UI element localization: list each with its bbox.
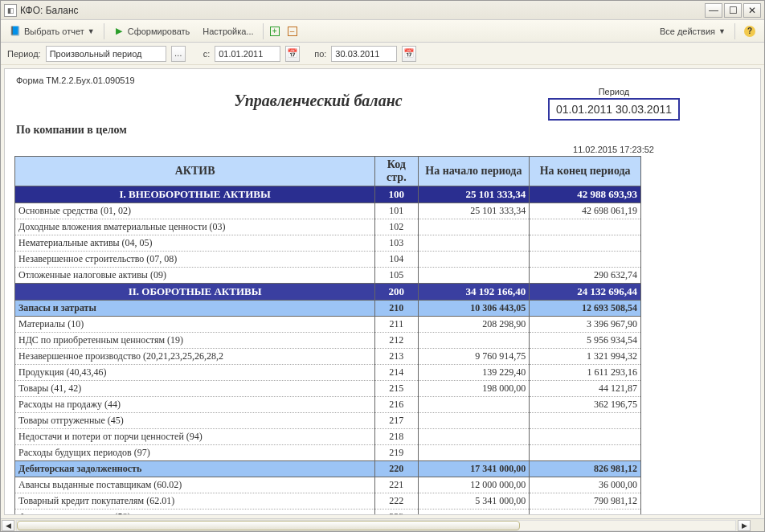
cell-name: Незавершенное строительство (07, 08) bbox=[15, 252, 375, 268]
cell-name: I. ВНЕОБОРОТНЫЕ АКТИВЫ bbox=[15, 186, 375, 203]
cell-end: 1 611 293,16 bbox=[530, 365, 641, 381]
cell-end bbox=[530, 429, 641, 445]
cell-name: Расходы на продажу (44) bbox=[15, 397, 375, 413]
select-report-button[interactable]: 📘 Выбрать отчет ▼ bbox=[4, 23, 100, 39]
cell-end: 24 132 696,44 bbox=[530, 284, 641, 301]
cell-end: 5 956 934,54 bbox=[530, 333, 641, 349]
table-row: I. ВНЕОБОРОТНЫЕ АКТИВЫ10025 101 333,3442… bbox=[15, 186, 641, 203]
maximize-button[interactable]: ☐ bbox=[724, 3, 742, 18]
scroll-thumb[interactable] bbox=[17, 521, 520, 530]
cell-begin: 198 000,00 bbox=[418, 381, 530, 397]
cell-code: 212 bbox=[375, 333, 418, 349]
cell-name: Товарный кредит покупателям (62.01) bbox=[15, 493, 375, 509]
cell-name: Основные средства (01, 02) bbox=[15, 203, 375, 219]
help-button[interactable]: ? bbox=[738, 23, 761, 39]
table-row: II. ОБОРОТНЫЕ АКТИВЫ20034 192 166,4024 1… bbox=[15, 284, 641, 301]
period-type-select[interactable]: Произвольный период bbox=[46, 46, 166, 62]
cell-name: Продукция (40,43,46) bbox=[15, 365, 375, 381]
expand-icon: + bbox=[270, 27, 280, 36]
cell-begin bbox=[418, 397, 530, 413]
cell-name: Незавершенное производство (20,21,23,25,… bbox=[15, 349, 375, 365]
date-from-input[interactable]: 01.01.2011 bbox=[215, 46, 280, 62]
cell-end bbox=[530, 252, 641, 268]
form-code: Форма ТМ.2.2.Бух.01.090519 bbox=[16, 76, 751, 85]
expand-button[interactable]: + bbox=[267, 24, 283, 39]
cell-end: 362 196,75 bbox=[530, 397, 641, 413]
period-select-picker[interactable]: … bbox=[171, 46, 186, 62]
cell-begin: 34 192 166,40 bbox=[418, 284, 530, 301]
cell-name: Нематериальные активы (04, 05) bbox=[15, 235, 375, 252]
cell-end: 290 632,74 bbox=[530, 268, 641, 284]
cell-name: Доходные вложения вматериальные ценности… bbox=[15, 219, 375, 235]
cell-begin bbox=[418, 413, 530, 429]
cell-begin bbox=[418, 445, 530, 461]
table-row: Товары (41, 42)215198 000,0044 121,87 bbox=[15, 381, 641, 397]
cell-name: Расходы будущих периодов (97) bbox=[15, 445, 375, 461]
period-box-label: Период bbox=[509, 87, 718, 96]
date-to-input[interactable]: 30.03.2011 bbox=[331, 46, 397, 62]
company-line: По компании в целом bbox=[16, 124, 751, 137]
cell-code: 210 bbox=[375, 301, 418, 317]
cell-end bbox=[530, 445, 641, 461]
collapse-icon: – bbox=[288, 27, 297, 36]
app-icon: ◧ bbox=[4, 4, 17, 17]
calendar-from-button[interactable]: 📅 bbox=[285, 46, 300, 62]
table-row: Незавершенное строительство (07, 08)104 bbox=[15, 252, 641, 268]
th-begin: На начало периода bbox=[418, 157, 530, 186]
titlebar: ◧ КФО: Баланс — ☐ ✕ bbox=[1, 1, 764, 20]
cell-name: II. ОБОРОТНЫЕ АКТИВЫ bbox=[15, 284, 375, 301]
table-row: Основные средства (01, 02)10125 101 333,… bbox=[15, 203, 641, 219]
cell-end bbox=[530, 509, 641, 516]
table-row: Материалы (10)211208 298,903 396 967,90 bbox=[15, 317, 641, 333]
select-report-label: Выбрать отчет bbox=[24, 27, 84, 36]
cell-code: 215 bbox=[375, 381, 418, 397]
scroll-left-button[interactable]: ◀ bbox=[2, 520, 14, 531]
calendar-to-button[interactable]: 📅 bbox=[402, 46, 416, 62]
period-box: 01.01.2011 30.03.2011 bbox=[548, 98, 680, 121]
from-label: с: bbox=[203, 49, 211, 59]
cell-begin: 208 298,90 bbox=[418, 317, 530, 333]
cell-end: 3 396 967,90 bbox=[530, 317, 641, 333]
collapse-button[interactable]: – bbox=[284, 24, 301, 39]
cell-code: 102 bbox=[375, 219, 418, 235]
scroll-track[interactable] bbox=[16, 520, 736, 531]
cell-begin bbox=[418, 509, 530, 516]
settings-button[interactable]: Настройка... bbox=[197, 24, 259, 39]
chevron-down-icon: ▼ bbox=[88, 27, 95, 35]
params-row: Период: Произвольный период … с: 01.01.2… bbox=[1, 43, 764, 65]
cell-begin bbox=[418, 252, 530, 268]
timestamp: 11.02.2015 17:23:52 bbox=[14, 145, 654, 154]
cell-end: 42 698 061,19 bbox=[530, 203, 641, 219]
cell-begin: 10 306 443,05 bbox=[418, 301, 530, 317]
settings-label: Настройка... bbox=[202, 27, 253, 36]
balance-table: АКТИВ Код стр. На начало периода На коне… bbox=[14, 156, 641, 515]
th-code: Код стр. bbox=[375, 157, 418, 186]
cell-name: НДС по приобретенным ценностям (19) bbox=[15, 333, 375, 349]
cell-name: Дебиторская задолженность bbox=[15, 461, 375, 477]
minimize-button[interactable]: — bbox=[705, 3, 722, 18]
cell-begin bbox=[418, 333, 530, 349]
cell-begin bbox=[418, 219, 530, 235]
cell-code: 223 bbox=[375, 509, 418, 516]
report-viewport[interactable]: Форма ТМ.2.2.Бух.01.090519 Управленчески… bbox=[4, 68, 761, 515]
cell-begin bbox=[418, 429, 530, 445]
table-row: Нематериальные активы (04, 05)103 bbox=[15, 235, 641, 252]
cell-code: 218 bbox=[375, 429, 418, 445]
generate-button[interactable]: ▶ Сформировать bbox=[108, 23, 196, 39]
cell-end bbox=[530, 219, 641, 235]
close-button[interactable]: ✕ bbox=[743, 3, 761, 18]
all-actions-button[interactable]: Все действия ▼ bbox=[654, 24, 731, 39]
cell-begin: 25 101 333,34 bbox=[418, 186, 530, 203]
calendar-icon: 📅 bbox=[287, 48, 298, 59]
cell-name: Товары отгруженные (45) bbox=[15, 413, 375, 429]
cell-code: 214 bbox=[375, 365, 418, 381]
cell-name: Финансовые вложения (58) bbox=[15, 509, 375, 516]
horizontal-scrollbar[interactable]: ◀ ▶ bbox=[1, 518, 764, 531]
table-row: Отложенные налоговые активы (09)105290 6… bbox=[15, 268, 641, 284]
scroll-right-button[interactable]: ▶ bbox=[738, 520, 751, 531]
cell-code: 222 bbox=[375, 493, 418, 509]
cell-code: 105 bbox=[375, 268, 418, 284]
th-asset: АКТИВ bbox=[15, 157, 375, 186]
period-label: Период: bbox=[7, 49, 41, 59]
table-row: Запасы и затраты21010 306 443,0512 693 5… bbox=[15, 301, 641, 317]
